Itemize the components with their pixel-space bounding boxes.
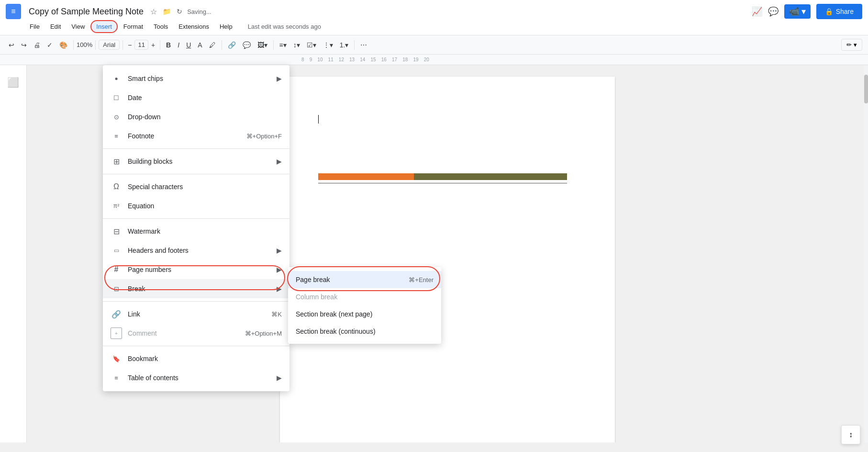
headers-arrow: ▶ <box>277 247 282 254</box>
paint-format-button[interactable]: 🎨 <box>56 39 70 51</box>
undo-button[interactable]: ↩ <box>6 39 17 51</box>
text-cursor <box>318 115 319 124</box>
line-spacing-button[interactable]: ↕▾ <box>290 39 303 51</box>
editing-mode-button[interactable]: ✏▾ <box>841 39 862 51</box>
submenu-item-section-break-next[interactable]: Section break (next page) <box>288 305 441 323</box>
menu-item-smart-chips[interactable]: ● Smart chips ▶ <box>103 69 289 88</box>
progress-line <box>318 183 567 183</box>
menu-edit[interactable]: Edit <box>45 21 66 32</box>
lock-icon: 🔒 <box>825 8 833 15</box>
document-page <box>280 77 615 442</box>
link-toolbar-button[interactable]: 🔗 <box>225 39 239 51</box>
menu-item-watermark[interactable]: ⊟ Watermark <box>103 222 289 241</box>
menu-item-headers-footers[interactable]: ▭ Headers and footers ▶ <box>103 241 289 260</box>
folder-icon[interactable]: 📁 <box>163 8 171 15</box>
font-size-value[interactable]: 11 <box>134 40 148 50</box>
redo-button[interactable]: ↪ <box>18 39 30 51</box>
comment-icon[interactable]: 💬 <box>768 6 779 17</box>
font-size-decrease[interactable]: − <box>126 40 134 50</box>
menu-item-break[interactable]: ⊡ Break ▶ <box>103 279 289 298</box>
divider-2 <box>103 174 289 174</box>
align-button[interactable]: ≡▾ <box>277 39 289 51</box>
menu-extensions[interactable]: Extensions <box>174 21 214 32</box>
document-title[interactable]: Copy of Sample Meeting Note <box>29 7 144 17</box>
menu-tools[interactable]: Tools <box>149 21 173 32</box>
page-numbers-icon: # <box>111 264 122 275</box>
special-chars-icon: Ω <box>111 181 122 192</box>
menu-insert[interactable]: Insert <box>90 20 118 33</box>
scrollbar-thumb[interactable] <box>864 75 868 103</box>
menu-item-footnote[interactable]: ≡ Footnote ⌘+Option+F <box>103 126 289 146</box>
saving-status: Saving... <box>187 8 211 15</box>
headers-icon: ▭ <box>111 245 122 256</box>
scroll-to-cursor-button[interactable]: ↕ <box>841 425 860 444</box>
docs-app-icon[interactable]: ≡ <box>6 4 21 19</box>
footnote-icon: ≡ <box>111 130 122 142</box>
link-icon: 🔗 <box>111 308 122 320</box>
toc-icon: ≡ <box>111 372 122 384</box>
sidebar-thumbnail-icon[interactable]: ⬜ <box>7 77 19 88</box>
highlight-button[interactable]: 🖊 <box>206 39 219 51</box>
smart-chips-icon: ● <box>111 73 122 84</box>
comment-toolbar-button[interactable]: 💬 <box>240 39 254 51</box>
scrollbar-track[interactable] <box>864 65 868 442</box>
submenu-item-column-break: Column break <box>288 288 441 305</box>
comment-shortcut: ⌘+Option+M <box>245 330 282 337</box>
menu-help[interactable]: Help <box>215 21 237 32</box>
comment-menu-icon: + <box>111 328 122 339</box>
dropdown-icon: ⊙ <box>111 111 122 123</box>
building-blocks-icon: ⊞ <box>111 156 122 167</box>
divider-5 <box>103 346 289 346</box>
page-numbers-arrow: ▶ <box>277 266 282 273</box>
building-blocks-arrow: ▶ <box>277 158 282 165</box>
numbering-button[interactable]: 1.▾ <box>337 39 352 51</box>
menu-item-special-characters[interactable]: Ω Special characters <box>103 177 289 196</box>
watermark-icon: ⊟ <box>111 226 122 237</box>
menu-view[interactable]: View <box>67 21 89 32</box>
equation-icon: π² <box>111 200 122 212</box>
divider-1 <box>103 148 289 149</box>
bold-button[interactable]: B <box>163 39 174 51</box>
divider-4 <box>103 301 289 302</box>
saving-icon: ↻ <box>177 8 182 15</box>
text-color-button[interactable]: A <box>195 39 205 51</box>
menu-format[interactable]: Format <box>119 21 148 32</box>
italic-button[interactable]: I <box>175 39 182 51</box>
share-button[interactable]: 🔒 Share <box>816 4 862 19</box>
ruler: 8 9 10 11 12 13 14 15 16 17 18 19 20 <box>301 57 429 62</box>
link-shortcut: ⌘K <box>271 311 282 318</box>
checklist-button[interactable]: ☑▾ <box>304 39 319 51</box>
footnote-shortcut: ⌘+Option+F <box>246 133 282 140</box>
break-icon: ⊡ <box>111 283 122 294</box>
submenu-item-section-break-continuous[interactable]: Section break (continuous) <box>288 323 441 340</box>
menu-item-dropdown[interactable]: ⊙ Drop-down <box>103 107 289 126</box>
pencil-icon: ✏ <box>846 41 852 48</box>
last-edit-status: Last edit was seconds ago <box>248 23 321 30</box>
bullets-button[interactable]: ⋮▾ <box>320 39 336 51</box>
submenu-item-page-break[interactable]: Page break ⌘+Enter <box>288 271 441 288</box>
menu-item-table-of-contents[interactable]: ≡ Table of contents ▶ <box>103 368 289 387</box>
page-break-shortcut: ⌘+Enter <box>409 276 434 283</box>
menu-item-building-blocks[interactable]: ⊞ Building blocks ▶ <box>103 152 289 171</box>
progress-bar-orange <box>318 173 414 180</box>
star-icon[interactable]: ☆ <box>150 7 157 16</box>
print-button[interactable]: 🖨 <box>31 39 43 51</box>
docs-logo: ≡ <box>11 7 15 16</box>
arrow-right-icon: ▶ <box>277 75 282 82</box>
menu-item-bookmark[interactable]: 🔖 Bookmark <box>103 349 289 368</box>
menu-item-equation[interactable]: π² Equation <box>103 196 289 215</box>
font-name[interactable]: Arial <box>99 40 120 50</box>
more-toolbar-button[interactable]: ⋯ <box>357 39 370 51</box>
insert-dropdown-menu: ● Smart chips ▶ ☐ Date ⊙ Drop-down ≡ Foo… <box>103 65 289 391</box>
font-size-increase[interactable]: + <box>149 40 157 50</box>
meet-icon[interactable]: 📹▾ <box>784 4 811 19</box>
menu-item-date[interactable]: ☐ Date <box>103 88 289 107</box>
spellcheck-button[interactable]: ✓ <box>44 39 56 51</box>
analytics-icon[interactable]: 📈 <box>752 6 762 17</box>
underline-button[interactable]: U <box>183 39 194 51</box>
menu-item-page-numbers[interactable]: # Page numbers ▶ <box>103 260 289 279</box>
date-icon: ☐ <box>111 92 122 103</box>
image-button[interactable]: 🖼▾ <box>255 39 270 51</box>
menu-item-link[interactable]: 🔗 Link ⌘K <box>103 305 289 324</box>
menu-file[interactable]: File <box>25 21 45 32</box>
